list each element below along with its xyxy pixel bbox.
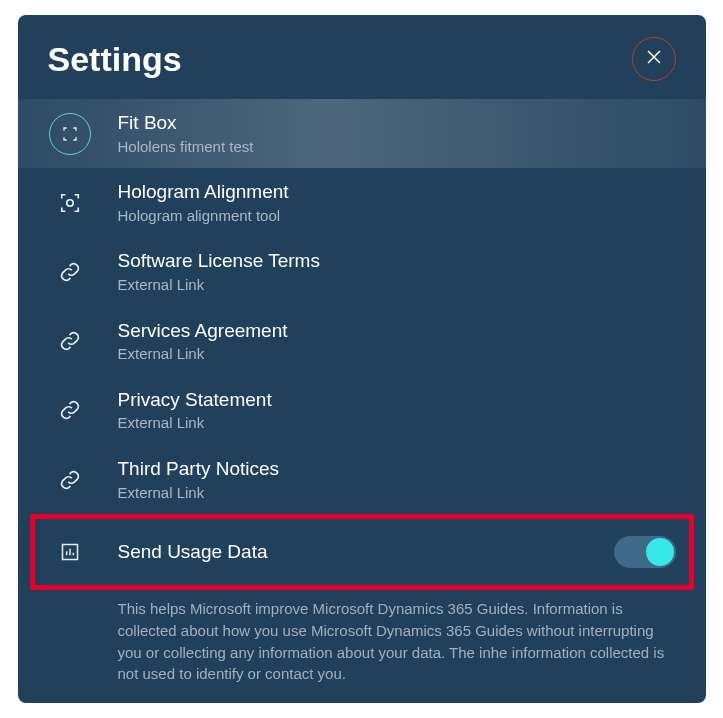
item-title: Privacy Statement — [118, 388, 676, 413]
item-title: Services Agreement — [118, 319, 676, 344]
close-button[interactable] — [632, 37, 676, 81]
item-text: Hologram Alignment Hologram alignment to… — [118, 180, 676, 225]
chart-icon — [49, 531, 91, 573]
link-icon — [49, 320, 91, 362]
item-text: Third Party Notices External Link — [118, 457, 676, 502]
settings-panel: Settings Fit Box Hololens fitment test — [18, 15, 706, 703]
item-subtitle: External Link — [118, 413, 676, 433]
item-icon-wrap — [48, 530, 92, 574]
usage-data-description: This helps Microsoft improve Microsoft D… — [18, 590, 706, 703]
settings-list: Fit Box Hololens fitment test Hologram A… — [18, 99, 706, 703]
item-title: Fit Box — [118, 111, 676, 136]
close-icon — [645, 48, 663, 70]
item-icon-wrap — [48, 181, 92, 225]
fitbox-icon — [49, 113, 91, 155]
item-title: Hologram Alignment — [118, 180, 676, 205]
item-icon-wrap — [48, 112, 92, 156]
alignment-icon — [49, 182, 91, 224]
send-usage-data-row: Send Usage Data — [18, 514, 706, 590]
settings-item-software-license[interactable]: Software License Terms External Link — [18, 237, 706, 306]
usage-data-label: Send Usage Data — [118, 541, 614, 563]
settings-item-services-agreement[interactable]: Services Agreement External Link — [18, 307, 706, 376]
item-icon-wrap — [48, 250, 92, 294]
item-icon-wrap — [48, 458, 92, 502]
item-subtitle: External Link — [118, 483, 676, 503]
usage-data-toggle[interactable] — [614, 536, 676, 568]
toggle-knob — [646, 538, 674, 566]
item-icon-wrap — [48, 319, 92, 363]
item-icon-wrap — [48, 388, 92, 432]
item-title: Software License Terms — [118, 249, 676, 274]
link-icon — [49, 251, 91, 293]
settings-item-hologram-alignment[interactable]: Hologram Alignment Hologram alignment to… — [18, 168, 706, 237]
settings-item-fit-box[interactable]: Fit Box Hololens fitment test — [18, 99, 706, 168]
panel-header: Settings — [18, 37, 706, 99]
link-icon — [49, 389, 91, 431]
item-subtitle: Hologram alignment tool — [118, 206, 676, 226]
item-text: Fit Box Hololens fitment test — [118, 111, 676, 156]
page-title: Settings — [48, 40, 182, 79]
item-title: Third Party Notices — [118, 457, 676, 482]
item-text: Privacy Statement External Link — [118, 388, 676, 433]
item-subtitle: External Link — [118, 275, 676, 295]
item-subtitle: Hololens fitment test — [118, 137, 676, 157]
link-icon — [49, 459, 91, 501]
item-subtitle: External Link — [118, 344, 676, 364]
item-text: Software License Terms External Link — [118, 249, 676, 294]
settings-item-privacy-statement[interactable]: Privacy Statement External Link — [18, 376, 706, 445]
item-text: Services Agreement External Link — [118, 319, 676, 364]
svg-point-0 — [66, 200, 72, 206]
settings-item-third-party[interactable]: Third Party Notices External Link — [18, 445, 706, 514]
